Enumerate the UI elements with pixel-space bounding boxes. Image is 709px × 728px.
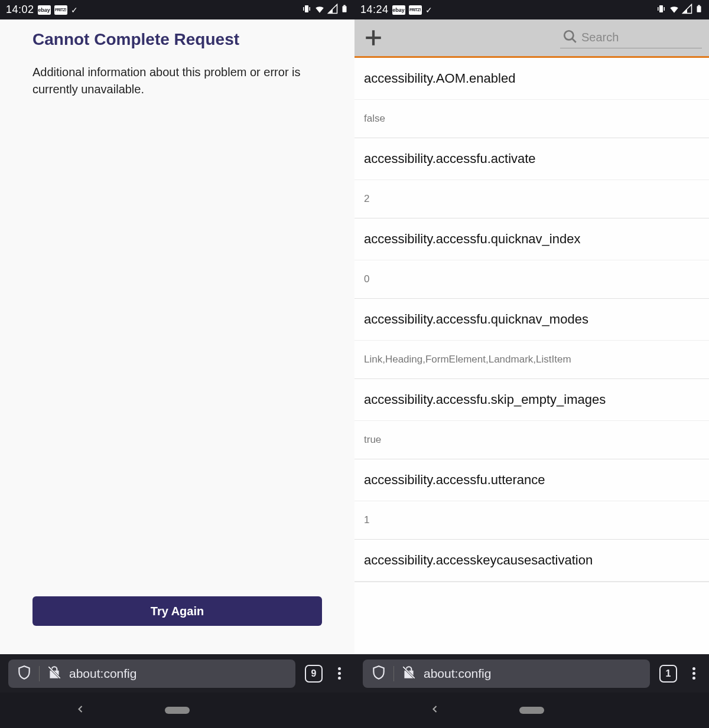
signal-icon	[682, 4, 692, 16]
wifi-icon	[314, 4, 325, 16]
vibrate-icon	[656, 4, 666, 16]
error-message: Additional information about this proble…	[32, 64, 322, 98]
ebay-icon: ebay	[392, 5, 405, 15]
left-screenshot: 14:02 ebay FRITZ! ✓ Cannot Complete Requ…	[0, 0, 354, 728]
svg-rect-10	[697, 6, 701, 12]
pref-value: 1	[354, 501, 709, 539]
status-bar: 14:24 ebay FRITZ! ✓	[354, 0, 709, 19]
check-icon: ✓	[425, 5, 432, 15]
svg-rect-11	[698, 5, 700, 6]
home-pill[interactable]	[519, 707, 544, 714]
ebay-icon: ebay	[38, 5, 51, 15]
system-nav-bar	[0, 693, 354, 728]
svg-rect-7	[659, 5, 663, 12]
divider	[393, 666, 394, 681]
error-page: Cannot Complete Request Additional infor…	[0, 19, 354, 654]
fritz-icon: FRITZ!	[409, 5, 422, 15]
pref-list[interactable]: accessibility.AOM.enabled false accessib…	[354, 58, 709, 654]
try-again-button[interactable]: Try Again	[32, 596, 322, 626]
menu-button[interactable]	[687, 667, 701, 680]
pref-row[interactable]: accessibility.accesskeycausesactivation	[354, 540, 709, 582]
insecure-icon[interactable]	[401, 665, 417, 683]
shield-icon[interactable]	[17, 665, 32, 683]
pref-row[interactable]: accessibility.accessfu.utterance 1	[354, 459, 709, 540]
pref-key: accessibility.accessfu.utterance	[354, 459, 709, 501]
status-time: 14:24	[360, 4, 389, 16]
pref-key: accessibility.accesskeycausesactivation	[354, 540, 709, 582]
search-icon	[562, 29, 578, 47]
svg-rect-4	[343, 5, 346, 6]
url-text: about:config	[424, 667, 491, 681]
divider	[39, 666, 40, 681]
pref-value: Link,Heading,FormElement,Landmark,ListIt…	[354, 341, 709, 378]
pref-row[interactable]: accessibility.accessfu.activate 2	[354, 138, 709, 218]
back-button[interactable]	[429, 703, 441, 717]
fritz-icon: FRITZ!	[54, 5, 67, 15]
check-icon: ✓	[71, 5, 78, 15]
pref-row[interactable]: accessibility.accessfu.skip_empty_images…	[354, 379, 709, 459]
svg-rect-1	[303, 7, 304, 11]
signal-icon	[327, 4, 338, 16]
back-button[interactable]	[74, 703, 86, 717]
browser-toolbar: about:config 9	[0, 654, 354, 693]
svg-line-15	[572, 38, 576, 43]
wifi-icon	[669, 4, 679, 16]
pref-key: accessibility.accessfu.skip_empty_images	[354, 379, 709, 421]
right-screenshot: 14:24 ebay FRITZ! ✓	[354, 0, 709, 728]
status-time: 14:02	[6, 4, 34, 16]
svg-point-14	[564, 31, 573, 40]
svg-rect-9	[664, 7, 665, 11]
pref-value: true	[354, 421, 709, 459]
pref-key: accessibility.AOM.enabled	[354, 58, 709, 100]
pref-key: accessibility.accessfu.quicknav_index	[354, 218, 709, 260]
system-nav-bar	[354, 693, 709, 728]
error-title: Cannot Complete Request	[32, 30, 322, 49]
url-text: about:config	[69, 667, 136, 681]
svg-rect-2	[310, 7, 311, 11]
config-header	[354, 19, 709, 58]
pref-value: false	[354, 100, 709, 138]
vibrate-icon	[301, 4, 312, 16]
home-pill[interactable]	[165, 707, 190, 714]
browser-toolbar: about:config 1	[354, 654, 709, 693]
svg-rect-3	[343, 6, 347, 12]
pref-row[interactable]: accessibility.AOM.enabled false	[354, 58, 709, 138]
status-bar: 14:02 ebay FRITZ! ✓	[0, 0, 354, 19]
svg-rect-0	[305, 5, 308, 12]
url-bar[interactable]: about:config	[8, 660, 295, 688]
pref-value: 0	[354, 260, 709, 298]
tab-count-button[interactable]: 1	[659, 665, 677, 683]
pref-value: 2	[354, 180, 709, 218]
tab-count-button[interactable]: 9	[305, 665, 323, 683]
insecure-icon[interactable]	[47, 665, 62, 683]
pref-row[interactable]: accessibility.accessfu.quicknav_modes Li…	[354, 299, 709, 379]
pref-key: accessibility.accessfu.quicknav_modes	[354, 299, 709, 341]
search-input[interactable]	[581, 31, 709, 44]
add-pref-button[interactable]	[362, 26, 385, 50]
menu-button[interactable]	[332, 667, 346, 680]
pref-row[interactable]: accessibility.accessfu.quicknav_index 0	[354, 218, 709, 299]
battery-icon	[340, 4, 349, 16]
svg-rect-8	[658, 7, 659, 11]
battery-icon	[695, 4, 703, 16]
url-bar[interactable]: about:config	[363, 660, 650, 688]
pref-key: accessibility.accessfu.activate	[354, 138, 709, 180]
search-field[interactable]	[560, 28, 702, 48]
shield-icon[interactable]	[371, 665, 386, 683]
